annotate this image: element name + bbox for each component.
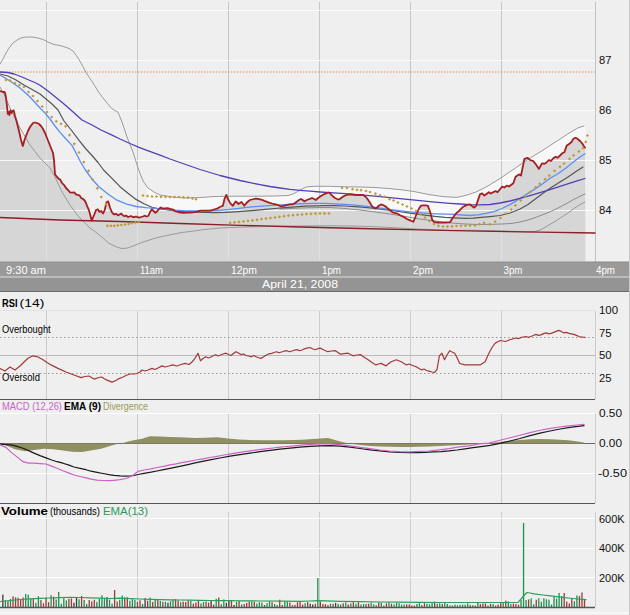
svg-text:1pm: 1pm (322, 264, 341, 276)
svg-text:EMA (9): EMA (9) (64, 400, 101, 412)
svg-text:600K: 600K (599, 513, 625, 525)
svg-text:100: 100 (599, 304, 618, 316)
svg-text:Overbought: Overbought (2, 323, 51, 335)
svg-text:-0.50: -0.50 (598, 467, 627, 479)
svg-text:MACD (12,26): MACD (12,26) (2, 400, 62, 412)
svg-text:25: 25 (599, 372, 612, 384)
svg-text:RSI: RSI (2, 297, 18, 309)
svg-text:0.00: 0.00 (599, 437, 622, 449)
svg-text:400K: 400K (599, 542, 625, 554)
svg-text:85: 85 (599, 154, 612, 166)
svg-text:EMA(13): EMA(13) (103, 505, 148, 517)
svg-text:12pm: 12pm (231, 264, 257, 276)
svg-text:April 21, 2008: April 21, 2008 (262, 278, 338, 290)
svg-text:86: 86 (599, 104, 612, 116)
svg-text:(thousands): (thousands) (50, 505, 100, 517)
svg-text:0.50: 0.50 (599, 407, 622, 419)
svg-text:3pm: 3pm (504, 264, 523, 276)
svg-text:9:30 am: 9:30 am (6, 264, 46, 276)
svg-text:75: 75 (599, 327, 612, 339)
svg-text:Divergence: Divergence (103, 400, 148, 412)
svg-text:50: 50 (599, 349, 612, 361)
svg-text:4pm: 4pm (596, 264, 615, 276)
svg-text:Oversold: Oversold (2, 371, 40, 383)
svg-text:87: 87 (599, 54, 612, 66)
svg-text:84: 84 (599, 204, 612, 216)
svg-text:11am: 11am (140, 264, 163, 276)
svg-text:(14): (14) (20, 297, 45, 309)
svg-text:200K: 200K (599, 572, 625, 584)
svg-text:Volume: Volume (1, 505, 48, 517)
svg-text:2pm: 2pm (413, 264, 433, 276)
